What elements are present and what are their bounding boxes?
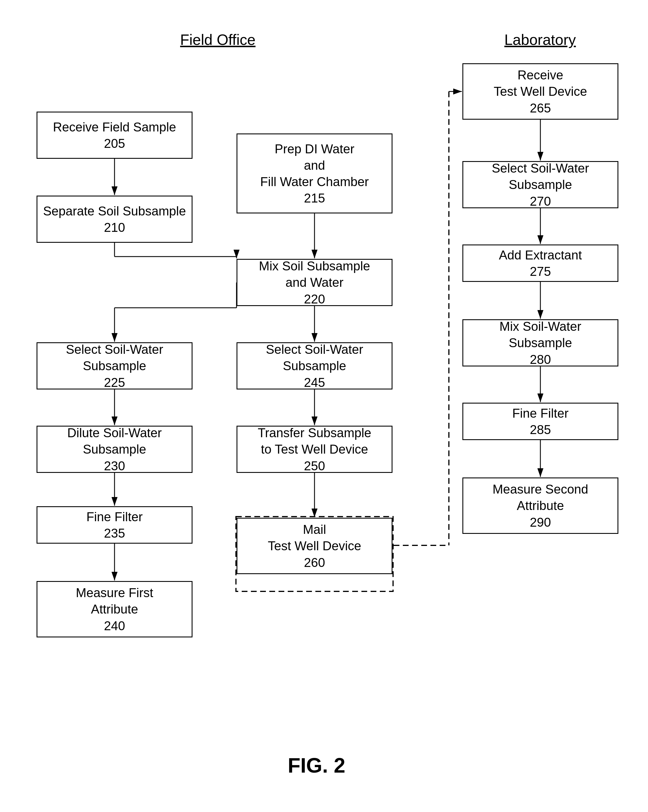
fine-filter-285-text: Fine Filter285 xyxy=(512,405,569,438)
mix-soil-water-box: Mix Soil Subsampleand Water220 xyxy=(237,259,393,306)
select-soil-225-box: Select Soil-WaterSubsample225 xyxy=(37,342,193,389)
dilute-soil-box: Dilute Soil-WaterSubsample230 xyxy=(37,426,193,473)
fig-label: FIG. 2 xyxy=(259,754,374,777)
measure-second-attr-text: Measure SecondAttribute290 xyxy=(493,481,588,530)
fine-filter-235-box: Fine Filter235 xyxy=(37,506,193,543)
receive-field-sample-text: Receive Field Sample205 xyxy=(53,119,176,151)
transfer-subsample-box: Transfer Subsampleto Test Well Device250 xyxy=(237,426,393,473)
select-soil-225-text: Select Soil-WaterSubsample225 xyxy=(66,341,163,391)
select-soil-270-text: Select Soil-WaterSubsample270 xyxy=(492,160,589,209)
dilute-soil-text: Dilute Soil-WaterSubsample230 xyxy=(67,424,162,474)
add-extractant-box: Add Extractant275 xyxy=(462,244,618,282)
select-soil-270-box: Select Soil-WaterSubsample270 xyxy=(462,161,618,208)
field-office-label: Field Office xyxy=(167,31,269,48)
receive-field-sample-box: Receive Field Sample205 xyxy=(37,111,193,159)
separate-soil-box: Separate Soil Subsample210 xyxy=(37,195,193,243)
mix-soil-water-280-text: Mix Soil-WaterSubsample280 xyxy=(500,318,581,368)
receive-test-well-box: ReceiveTest Well Device265 xyxy=(462,63,618,120)
measure-second-attr-box: Measure SecondAttribute290 xyxy=(462,478,618,534)
mix-soil-water-text: Mix Soil Subsampleand Water220 xyxy=(259,258,370,307)
separate-soil-text: Separate Soil Subsample210 xyxy=(43,203,186,235)
mail-test-well-text: MailTest Well Device260 xyxy=(268,521,361,571)
prep-di-water-box: Prep DI WaterandFill Water Chamber215 xyxy=(237,133,393,214)
prep-di-water-text: Prep DI WaterandFill Water Chamber215 xyxy=(260,140,368,206)
fine-filter-285-box: Fine Filter285 xyxy=(462,403,618,440)
mix-soil-water-280-box: Mix Soil-WaterSubsample280 xyxy=(462,319,618,366)
diagram-container: Field Office Laboratory Receive Field Sa… xyxy=(0,0,648,812)
measure-first-attr-box: Measure FirstAttribute240 xyxy=(37,581,193,637)
receive-test-well-text: ReceiveTest Well Device265 xyxy=(494,67,587,116)
laboratory-label: Laboratory xyxy=(489,31,591,48)
transfer-subsample-text: Transfer Subsampleto Test Well Device250 xyxy=(258,424,371,474)
add-extractant-text: Add Extractant275 xyxy=(499,247,582,279)
select-soil-245-text: Select Soil-WaterSubsample245 xyxy=(266,341,363,391)
measure-first-attr-text: Measure FirstAttribute240 xyxy=(76,585,153,634)
mail-test-well-box: MailTest Well Device260 xyxy=(237,518,393,574)
fine-filter-235-text: Fine Filter235 xyxy=(86,508,143,541)
select-soil-245-box: Select Soil-WaterSubsample245 xyxy=(237,342,393,389)
